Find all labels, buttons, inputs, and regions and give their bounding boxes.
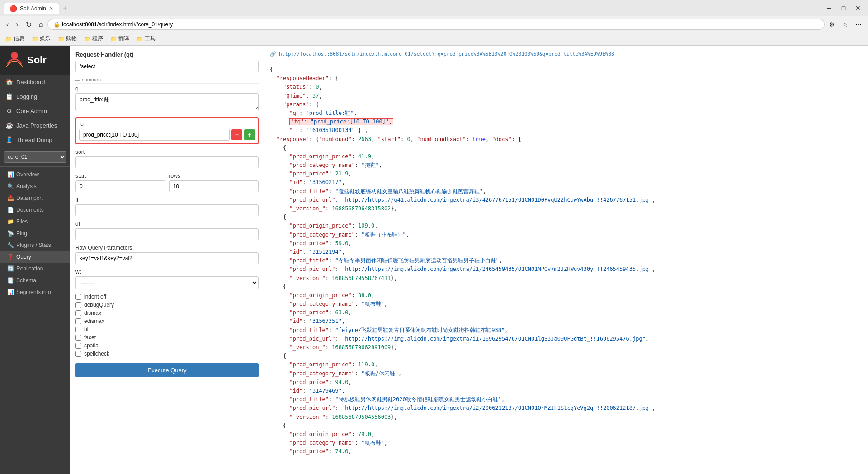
bookmark-programs[interactable]: 📁 程序: [82, 34, 105, 43]
lock-icon: 🔒: [53, 21, 60, 28]
new-tab-button[interactable]: +: [63, 4, 67, 12]
spatial-label[interactable]: spatial: [84, 342, 100, 349]
extensions-button[interactable]: ⚙: [826, 20, 838, 29]
fl-input[interactable]: [75, 204, 259, 216]
minimize-button[interactable]: ─: [823, 2, 835, 14]
sidebar-item-core-admin[interactable]: ⚙ Core Admin: [0, 104, 70, 118]
edismax-label[interactable]: edismax: [84, 318, 104, 324]
bookmark-entertainment[interactable]: 📁 娱乐: [30, 34, 52, 43]
hl-row: hl: [75, 326, 259, 332]
close-button[interactable]: ✕: [852, 2, 864, 14]
core-select-dropdown[interactable]: core_01: [4, 151, 66, 163]
core-nav-replication[interactable]: 🔄 Replication: [0, 263, 70, 275]
thread-dump-label: Thread Dump: [16, 137, 52, 143]
bookmark-icon-6: 📁: [137, 36, 143, 42]
rows-input[interactable]: [169, 180, 259, 192]
ping-label: Ping: [16, 230, 27, 237]
home-button[interactable]: ⌂: [36, 19, 46, 29]
fq-label: fq: [79, 121, 255, 127]
bookmark-shopping[interactable]: 📁 购物: [56, 34, 79, 43]
execute-query-button[interactable]: Execute Query: [75, 363, 259, 377]
dismax-label[interactable]: dismax: [84, 310, 101, 316]
browser-tab[interactable]: 🔴 Solr Admin ✕: [4, 3, 59, 14]
fq-input[interactable]: [79, 129, 230, 141]
sort-group: sort: [75, 149, 259, 168]
facet-row: facet: [75, 334, 259, 341]
plugins-icon: 🔧: [7, 242, 14, 248]
df-input[interactable]: [75, 228, 259, 240]
maximize-button[interactable]: □: [837, 2, 850, 14]
bookmark-tools[interactable]: 📁 工具: [135, 34, 157, 43]
results-url-icon: 🔗: [270, 51, 276, 57]
ping-icon: 📡: [7, 230, 14, 237]
core-nav-ping[interactable]: 📡 Ping: [0, 228, 70, 239]
core-nav-overview[interactable]: 📊 Overview: [0, 169, 70, 180]
core-nav-files[interactable]: 📁 Files: [0, 216, 70, 228]
sidebar-item-logging[interactable]: 📋 Logging: [0, 89, 70, 104]
common-section-header: — common: [75, 77, 259, 84]
indent-label[interactable]: indent off: [84, 294, 106, 300]
logging-icon: 📋: [5, 93, 13, 100]
request-handler-input[interactable]: [75, 61, 259, 72]
menu-button[interactable]: ⋯: [853, 20, 864, 29]
request-handler-group: Request-Handler (qt): [75, 51, 259, 72]
edismax-checkbox[interactable]: [75, 318, 81, 324]
fq-add-button[interactable]: +: [244, 129, 255, 140]
raw-params-input[interactable]: [75, 252, 259, 264]
dismax-checkbox[interactable]: [75, 310, 81, 316]
schema-label: Schema: [16, 277, 36, 284]
sidebar-item-java-properties[interactable]: ☕ Java Properties: [0, 118, 70, 133]
dashboard-label: Dashboard: [16, 79, 45, 85]
dataimport-label: Dataimport: [16, 195, 43, 201]
bookmark-translate[interactable]: 📁 翻译: [108, 34, 131, 43]
sort-input[interactable]: [75, 156, 259, 168]
fq-container: fq − +: [75, 117, 259, 144]
dismax-row: dismax: [75, 310, 259, 316]
indent-checkbox[interactable]: [75, 294, 81, 300]
plugins-label: Plugins / Stats: [16, 242, 51, 248]
core-nav-plugins[interactable]: 🔧 Plugins / Stats: [0, 239, 70, 251]
spellcheck-row: spellcheck: [75, 351, 259, 357]
window-controls: ─ □ ✕: [823, 2, 864, 14]
facet-label[interactable]: facet: [84, 334, 96, 341]
bookmark-info[interactable]: 📁 信息: [4, 34, 26, 43]
sidebar-navigation: 🏠 Dashboard 📋 Logging ⚙ Core Admin ☕ Jav…: [0, 75, 70, 474]
results-url-link[interactable]: http://localhost:8081/solr/index.htmlcor…: [279, 51, 614, 57]
core-navigation: 📊 Overview 🔍 Analysis 📥 Dataimport 📄 Doc…: [0, 167, 70, 300]
fq-row: − +: [79, 129, 255, 141]
core-nav-segments[interactable]: 📊 Segments info: [0, 286, 70, 298]
spellcheck-label[interactable]: spellcheck: [84, 351, 109, 357]
url-input[interactable]: [62, 21, 819, 28]
q-label: q: [75, 85, 259, 92]
analysis-icon: 🔍: [7, 183, 14, 190]
sidebar-item-dashboard[interactable]: 🏠 Dashboard: [0, 75, 70, 89]
favorites-button[interactable]: ☆: [840, 20, 851, 29]
start-input[interactable]: [75, 180, 165, 192]
wt-group: wt ------- json xml csv: [75, 269, 259, 289]
core-nav-analysis[interactable]: 🔍 Analysis: [0, 180, 70, 192]
wt-select[interactable]: ------- json xml csv: [75, 276, 259, 289]
facet-checkbox[interactable]: [75, 335, 81, 341]
core-nav-documents[interactable]: 📄 Documents: [0, 204, 70, 216]
hl-checkbox[interactable]: [75, 327, 81, 332]
refresh-button[interactable]: ↻: [23, 19, 34, 30]
sidebar-item-thread-dump[interactable]: 🧵 Thread Dump: [0, 133, 70, 147]
sidebar: Solr 🏠 Dashboard 📋 Logging ⚙ Core Admin …: [0, 46, 70, 474]
start-label: start: [75, 173, 165, 179]
back-button[interactable]: ‹: [4, 19, 11, 29]
core-nav-query[interactable]: ❓ Query: [0, 251, 70, 263]
debug-checkbox[interactable]: [75, 302, 81, 308]
spellcheck-checkbox[interactable]: [75, 351, 81, 357]
query-icon: ❓: [7, 254, 14, 260]
forward-button[interactable]: ›: [13, 19, 21, 29]
start-rows-group: start rows: [75, 173, 259, 192]
hl-label[interactable]: hl: [84, 326, 88, 332]
debug-label[interactable]: debugQuery: [84, 302, 114, 308]
spatial-checkbox[interactable]: [75, 343, 81, 349]
q-input[interactable]: prod_title:鞋: [75, 93, 259, 111]
logo-text: Solr: [27, 54, 47, 66]
fq-remove-button[interactable]: −: [231, 129, 242, 140]
tab-close-button[interactable]: ✕: [49, 5, 53, 12]
core-nav-schema[interactable]: 📑 Schema: [0, 275, 70, 286]
core-nav-dataimport[interactable]: 📥 Dataimport: [0, 192, 70, 204]
